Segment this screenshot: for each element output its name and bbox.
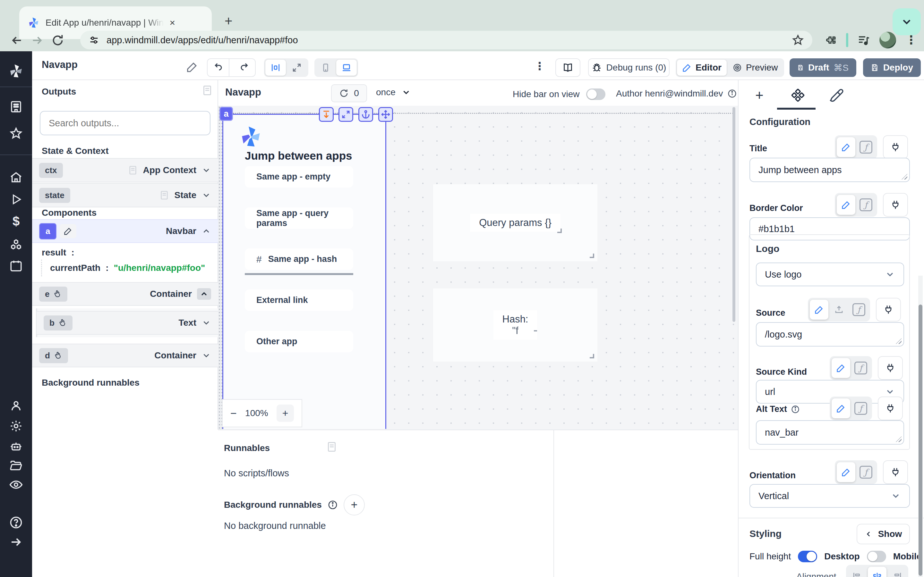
connect-input-button[interactable] (883, 135, 908, 159)
fn-mode-button[interactable]: ƒ (857, 195, 875, 215)
full-width-button[interactable] (286, 60, 307, 76)
align-left-button[interactable] (848, 567, 867, 577)
fn-mode-button[interactable]: ƒ (857, 462, 875, 482)
add-background-runnable-button[interactable]: + (344, 494, 365, 516)
info-icon[interactable] (791, 405, 800, 414)
nav-item-same-app-empty[interactable]: Same app - empty (245, 166, 353, 187)
nav-item-other-app[interactable]: Other app (245, 331, 353, 352)
fullscreen-component-button[interactable] (338, 107, 353, 122)
zoom-in-button[interactable]: + (276, 405, 294, 422)
tab-close-icon[interactable]: × (170, 18, 175, 27)
url-text[interactable]: app.windmill.dev/apps/edit/u/henri/navap… (107, 35, 785, 45)
sidebar-item-folders[interactable] (0, 459, 32, 472)
sidebar-item-workspace[interactable] (0, 100, 32, 113)
full-height-mobile-toggle[interactable] (867, 551, 886, 562)
windmill-logo-icon[interactable] (0, 63, 32, 79)
address-bar[interactable]: app.windmill.dev/apps/edit/u/henri/navap… (80, 31, 813, 49)
media-controls-button[interactable] (853, 31, 874, 49)
scrollbar-thumb[interactable] (919, 305, 922, 576)
sidebar-item-settings[interactable] (0, 419, 32, 433)
container-d-badge[interactable]: d (39, 348, 68, 363)
hide-bar-toggle[interactable] (586, 89, 606, 100)
static-mode-button[interactable] (810, 300, 829, 319)
info-icon[interactable] (727, 89, 737, 98)
debug-runs-button[interactable]: Debug runs (0) (588, 58, 670, 77)
component-row-container-e[interactable]: e Container (32, 282, 218, 306)
upload-mode-button[interactable] (830, 300, 848, 319)
forward-button[interactable] (27, 34, 47, 47)
doc-panel-icon[interactable] (202, 85, 213, 96)
anchor-component-button[interactable] (359, 107, 373, 122)
component-row-navbar[interactable]: a Navbar (32, 219, 218, 243)
centered-layout-button[interactable] (265, 60, 286, 76)
nav-item-external-link[interactable]: External link (245, 290, 353, 311)
selection-right-line[interactable] (385, 114, 386, 429)
full-height-desktop-toggle[interactable] (798, 551, 817, 562)
alt-text-field[interactable]: nav_bar (756, 420, 904, 445)
component-row-container-d[interactable]: d Container (32, 343, 218, 367)
bookmark-star-icon[interactable] (792, 34, 804, 46)
profile-avatar[interactable] (877, 31, 898, 49)
chevron-down-icon[interactable] (202, 351, 211, 360)
new-tab-button[interactable]: + (225, 13, 233, 29)
chevron-up-icon[interactable] (202, 226, 211, 236)
redo-button[interactable] (234, 59, 255, 76)
search-input[interactable] (40, 111, 210, 135)
app-canvas[interactable]: Jump between apps Same app - empty Same … (218, 106, 738, 430)
sidebar-item-variables[interactable]: $ (0, 214, 32, 229)
static-mode-button[interactable] (837, 195, 855, 215)
connect-input-button[interactable] (876, 298, 901, 322)
resize-handle[interactable] (590, 253, 594, 258)
navbar-badge[interactable]: a (39, 223, 57, 239)
site-settings-icon[interactable] (89, 35, 99, 45)
move-component-button[interactable] (378, 107, 393, 122)
expand-sidebar-button[interactable] (0, 535, 32, 549)
use-logo-select[interactable]: Use logo (756, 263, 904, 286)
desktop-view-button[interactable] (336, 60, 357, 76)
connect-input-button[interactable] (878, 356, 903, 380)
tab-insert-component[interactable]: + (755, 87, 764, 103)
connect-input-button[interactable] (878, 396, 903, 420)
source-field[interactable]: /logo.svg (756, 322, 904, 347)
show-styling-button[interactable]: Show (857, 524, 910, 544)
fn-mode-button[interactable]: ƒ (857, 137, 875, 157)
reload-button[interactable] (47, 34, 68, 47)
static-mode-button[interactable] (832, 358, 850, 378)
orientation-select[interactable]: Vertical (750, 484, 910, 508)
refresh-mode-dropdown[interactable]: once (376, 87, 411, 97)
result-key-row[interactable]: result : (42, 247, 74, 258)
static-mode-button[interactable] (832, 398, 850, 418)
static-mode-button[interactable] (837, 462, 855, 482)
canvas-scrollbar[interactable] (732, 107, 735, 322)
sidebar-item-schedules[interactable] (0, 259, 32, 272)
info-icon[interactable] (328, 500, 338, 510)
browser-menu-button[interactable]: ⋮ (902, 31, 920, 49)
expand-down-button[interactable] (319, 107, 334, 122)
docs-button[interactable] (556, 58, 580, 77)
collapse-button[interactable] (197, 288, 211, 300)
align-right-button[interactable] (888, 567, 906, 577)
sidebar-item-workers[interactable] (0, 440, 32, 453)
align-center-button[interactable] (868, 567, 887, 577)
sidebar-item-resources[interactable] (0, 238, 32, 251)
tab-styling[interactable] (829, 89, 844, 103)
extensions-button[interactable] (821, 31, 841, 49)
hash-text-component[interactable]: Hash: "f (433, 288, 598, 362)
more-options-button[interactable]: ⋮ (534, 60, 545, 73)
tab-editor[interactable]: Editor (677, 60, 727, 76)
nav-item-same-app-query-params[interactable]: Same app - query params (245, 207, 353, 229)
rename-app-button[interactable] (186, 61, 198, 73)
fn-mode-button[interactable]: ƒ (851, 398, 870, 418)
connect-input-button[interactable] (883, 460, 908, 484)
deploy-button[interactable]: Deploy (863, 58, 921, 77)
mobile-view-button[interactable] (316, 60, 336, 76)
draft-button[interactable]: Draft ⌘S (790, 58, 856, 77)
page-scrollbar[interactable] (918, 276, 923, 577)
nav-item-same-app-hash[interactable]: # Same app - hash (245, 248, 353, 270)
chevron-down-icon[interactable] (202, 165, 211, 175)
fn-mode-button[interactable]: ƒ (850, 300, 868, 319)
ctx-badge[interactable]: ctx (39, 163, 63, 178)
title-field[interactable]: Jump between apps (750, 158, 910, 182)
ctx-row[interactable]: ctx App Context (32, 158, 218, 182)
component-row-text-b[interactable]: b Text (37, 311, 218, 335)
